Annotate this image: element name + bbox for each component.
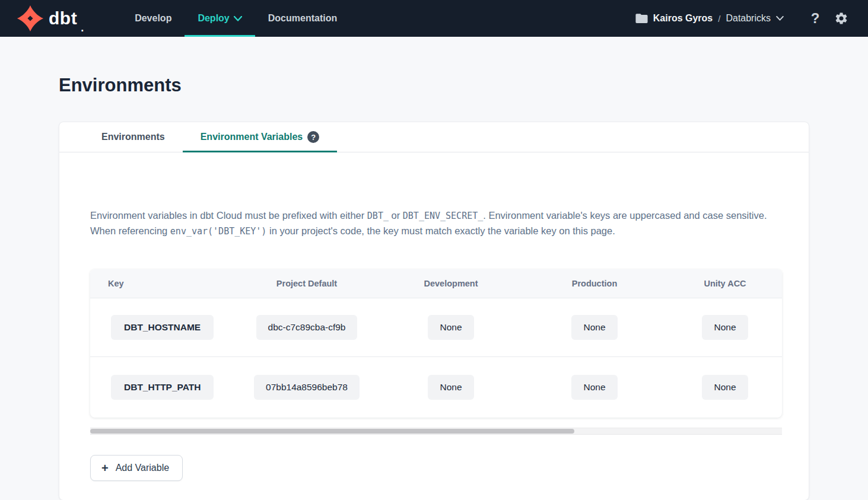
environments-card: Environments Environment Variables ? Env… — [59, 122, 809, 500]
development-value-chip[interactable]: None — [428, 315, 473, 340]
tab-label: Environment Variables — [201, 132, 303, 142]
desc-text: or — [389, 210, 403, 221]
chevron-down-icon — [234, 16, 242, 21]
account-environment-name: Databricks — [726, 13, 771, 24]
account-separator: / — [718, 14, 720, 24]
page-content: Environments Environments Environment Va… — [0, 75, 868, 500]
column-header-key: Key — [90, 279, 233, 288]
page-title: Environments — [59, 75, 809, 96]
nav-item-develop[interactable]: Develop — [122, 0, 185, 37]
variable-key-chip[interactable]: DBT_HOSTNAME — [111, 315, 214, 340]
table-row: DBT_HTTP_PATH 07bb14a8596beb78 None None… — [90, 356, 782, 418]
production-value-chip[interactable]: None — [571, 375, 617, 400]
tab-environment-variables[interactable]: Environment Variables ? — [183, 122, 338, 152]
project-default-value-chip[interactable]: dbc-c7c89cba-cf9b — [256, 315, 358, 340]
nav-item-documentation[interactable]: Documentation — [255, 0, 350, 37]
code-dbt-env-secret-prefix: DBT_ENV_SECRET_ — [403, 211, 483, 221]
tab-environments[interactable]: Environments — [84, 122, 183, 152]
add-variable-label: Add Variable — [116, 463, 169, 473]
main-nav: Develop Deploy Documentation — [122, 0, 350, 37]
folder-icon — [635, 13, 648, 24]
navbar-right: Kairos Gyros / Databricks ? — [635, 0, 851, 37]
unity-acc-value-chip[interactable]: None — [702, 375, 748, 400]
desc-text: in your project's code, the key must mat… — [266, 225, 615, 236]
dbt-logo-dot: . — [81, 22, 84, 34]
code-dbt-prefix: DBT_ — [367, 211, 389, 221]
column-header-project-default: Project Default — [233, 279, 381, 288]
desc-text: Environment variables in dbt Cloud must … — [90, 210, 367, 221]
unity-acc-value-chip[interactable]: None — [702, 315, 748, 340]
table-row: DBT_HOSTNAME dbc-c7c89cba-cf9b None None… — [90, 298, 782, 356]
horizontal-scrollbar-thumb[interactable] — [90, 429, 574, 434]
dbt-logo[interactable]: dbt . — [17, 0, 84, 37]
environment-variables-table: Key Project Default Development Producti… — [90, 269, 782, 418]
account-project-name: Kairos Gyros — [653, 13, 713, 24]
env-vars-description: Environment variables in dbt Cloud must … — [90, 208, 781, 239]
chevron-down-icon — [776, 16, 784, 21]
gear-icon — [834, 11, 848, 26]
question-mark-icon: ? — [811, 10, 820, 27]
settings-button[interactable] — [831, 8, 851, 28]
help-button[interactable]: ? — [805, 8, 825, 28]
horizontal-scrollbar-track[interactable] — [90, 428, 782, 435]
column-header-unity-acc: Unity ACC — [668, 279, 782, 288]
table-header-row: Key Project Default Development Producti… — [90, 269, 782, 298]
tab-label: Environments — [101, 132, 165, 142]
help-circle-icon[interactable]: ? — [307, 131, 319, 143]
nav-item-label: Documentation — [268, 13, 337, 24]
project-default-value-chip[interactable]: 07bb14a8596beb78 — [254, 375, 360, 400]
add-variable-button[interactable]: + Add Variable — [90, 455, 183, 481]
nav-item-deploy[interactable]: Deploy — [185, 0, 255, 37]
production-value-chip[interactable]: None — [571, 315, 617, 340]
dbt-logo-text: dbt — [49, 9, 77, 27]
variable-key-chip[interactable]: DBT_HTTP_PATH — [111, 375, 214, 400]
account-switcher[interactable]: Kairos Gyros / Databricks — [635, 13, 784, 24]
tab-bar: Environments Environment Variables ? — [59, 122, 809, 152]
plus-icon: + — [101, 462, 109, 474]
development-value-chip[interactable]: None — [428, 375, 473, 400]
code-env-var-example: env_var('DBT_KEY') — [170, 226, 267, 237]
column-header-production: Production — [521, 279, 668, 288]
nav-item-label: Deploy — [198, 13, 229, 24]
top-navbar: dbt . Develop Deploy Documentation Kairo… — [0, 0, 868, 37]
nav-item-label: Develop — [135, 13, 171, 24]
dbt-logo-icon — [17, 5, 44, 32]
column-header-development: Development — [381, 279, 521, 288]
tab-panel-environment-variables: Environment variables in dbt Cloud must … — [59, 152, 809, 500]
